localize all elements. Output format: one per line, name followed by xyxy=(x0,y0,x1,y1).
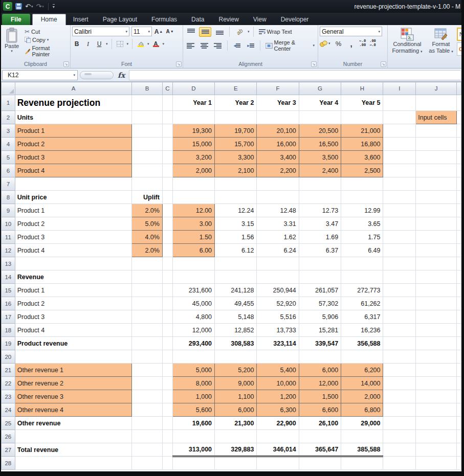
cell-I7[interactable] xyxy=(383,177,416,191)
tab-insert[interactable]: Insert xyxy=(66,14,96,25)
cell-I24[interactable] xyxy=(383,403,416,417)
select-all-corner[interactable] xyxy=(2,82,15,95)
cell-B3[interactable] xyxy=(132,124,163,138)
cell-C10[interactable] xyxy=(162,217,172,231)
col-header-D[interactable]: D xyxy=(172,82,214,95)
cell-C27[interactable] xyxy=(162,443,172,457)
cell-F4[interactable]: 16,000 xyxy=(257,138,299,151)
tab-page-layout[interactable]: Page Layout xyxy=(96,14,144,25)
save-button[interactable] xyxy=(15,3,22,10)
cell-J2[interactable]: Input cells xyxy=(416,111,457,124)
cell-G9[interactable]: 12.73 xyxy=(299,204,341,217)
cell-D18[interactable]: 12,000 xyxy=(172,324,214,337)
cell-F3[interactable]: 20,100 xyxy=(257,124,299,138)
cell-B14[interactable] xyxy=(132,270,163,284)
cell-C8[interactable] xyxy=(162,191,172,204)
cell-I28[interactable] xyxy=(383,457,416,470)
cell-G27[interactable]: 365,647 xyxy=(299,443,341,457)
cell-C12[interactable] xyxy=(162,244,172,257)
cell-G25[interactable]: 26,100 xyxy=(299,417,341,430)
row-header-20[interactable]: 20 xyxy=(2,350,15,364)
cell-F28[interactable] xyxy=(257,457,299,470)
row-header-16[interactable]: 16 xyxy=(2,297,15,310)
grow-font-button[interactable]: A▲ xyxy=(154,27,163,36)
cell-C17[interactable] xyxy=(162,310,172,324)
cell-E24[interactable]: 6,000 xyxy=(215,403,257,417)
shrink-font-button[interactable]: A▼ xyxy=(165,27,174,36)
number-dialog-launcher[interactable]: ↘ xyxy=(381,61,386,67)
cell-F1[interactable]: Year 3 xyxy=(257,95,299,111)
cell-J16[interactable] xyxy=(416,297,457,310)
row-header-9[interactable]: 9 xyxy=(2,204,15,217)
cell-E1[interactable]: Year 2 xyxy=(215,95,257,111)
cell-D4[interactable]: 15,000 xyxy=(172,138,214,151)
cell-C2[interactable] xyxy=(162,111,172,124)
cell-B2[interactable] xyxy=(132,111,163,124)
cell-J21[interactable] xyxy=(416,364,457,377)
cell-J24[interactable] xyxy=(416,403,457,417)
cell-A20[interactable] xyxy=(15,350,132,364)
cell-E7[interactable] xyxy=(215,177,257,191)
italic-button[interactable]: I xyxy=(83,39,93,49)
row-header-7[interactable]: 7 xyxy=(2,177,15,191)
cell-J27[interactable] xyxy=(416,443,457,457)
cell-D13[interactable] xyxy=(172,257,214,270)
cell-D8[interactable] xyxy=(172,191,214,204)
cell-A19[interactable]: Product revenue xyxy=(15,337,132,350)
cell-J19[interactable] xyxy=(416,337,457,350)
cell-E16[interactable]: 49,455 xyxy=(215,297,257,310)
comma-style-button[interactable]: , xyxy=(347,39,356,48)
cell-C20[interactable] xyxy=(162,350,172,364)
cell-G1[interactable]: Year 4 xyxy=(299,95,341,111)
cell-I12[interactable] xyxy=(383,244,416,257)
row-header-6[interactable]: 6 xyxy=(2,164,15,177)
conditional-formatting-button[interactable]: ConditionalFormatting ▾ xyxy=(389,27,425,60)
cell-G6[interactable]: 2,400 xyxy=(299,164,341,177)
cell-D9[interactable]: 12.00 xyxy=(172,204,214,217)
cell-J17[interactable] xyxy=(416,310,457,324)
row-header-26[interactable]: 26 xyxy=(2,430,15,443)
cell-C18[interactable] xyxy=(162,324,172,337)
cell-H26[interactable] xyxy=(341,430,383,443)
cell-G5[interactable]: 3,500 xyxy=(299,151,341,164)
cell-F7[interactable] xyxy=(257,177,299,191)
cell-C19[interactable] xyxy=(162,337,172,350)
cell-F15[interactable]: 250,944 xyxy=(257,284,299,297)
align-bottom-button[interactable] xyxy=(213,27,226,37)
cell-B4[interactable] xyxy=(132,138,163,151)
tab-file[interactable]: File xyxy=(2,14,30,25)
align-right-button[interactable] xyxy=(212,41,224,51)
row-header-1[interactable]: 1 xyxy=(2,95,15,111)
cell-C11[interactable] xyxy=(162,231,172,244)
cell-H16[interactable]: 61,262 xyxy=(341,297,383,310)
cell-F14[interactable] xyxy=(257,270,299,284)
row-header-17[interactable]: 17 xyxy=(2,310,15,324)
cell-H24[interactable]: 6,800 xyxy=(341,403,383,417)
cell-A27[interactable]: Total revenue xyxy=(15,443,132,457)
cell-J11[interactable] xyxy=(416,231,457,244)
cell-E11[interactable]: 1.56 xyxy=(215,231,257,244)
cell-D27[interactable]: 313,000 xyxy=(172,443,214,457)
row-header-19[interactable]: 19 xyxy=(2,337,15,350)
cell-H21[interactable]: 6,200 xyxy=(341,364,383,377)
cell-E22[interactable]: 9,000 xyxy=(215,377,257,390)
row-header-15[interactable]: 15 xyxy=(2,284,15,297)
cell-F21[interactable]: 5,400 xyxy=(257,364,299,377)
cell-I17[interactable] xyxy=(383,310,416,324)
cell-B5[interactable] xyxy=(132,151,163,164)
cut-button[interactable]: ✂Cut xyxy=(23,28,69,35)
cell-J6[interactable] xyxy=(416,164,457,177)
cell-E5[interactable]: 3,300 xyxy=(215,151,257,164)
cell-H2[interactable] xyxy=(341,111,383,124)
cell-I15[interactable] xyxy=(383,284,416,297)
cell-J14[interactable] xyxy=(416,270,457,284)
cell-D2[interactable] xyxy=(172,111,214,124)
cell-A25[interactable]: Other revenue xyxy=(15,417,132,430)
cell-H6[interactable]: 2,500 xyxy=(341,164,383,177)
col-header-I[interactable]: I xyxy=(383,82,416,95)
cell-D3[interactable]: 19,300 xyxy=(172,124,214,138)
cell-C24[interactable] xyxy=(162,403,172,417)
font-name-combo[interactable]: Calibri▾ xyxy=(72,27,129,36)
cell-G13[interactable] xyxy=(299,257,341,270)
cell-G3[interactable]: 20,500 xyxy=(299,124,341,138)
